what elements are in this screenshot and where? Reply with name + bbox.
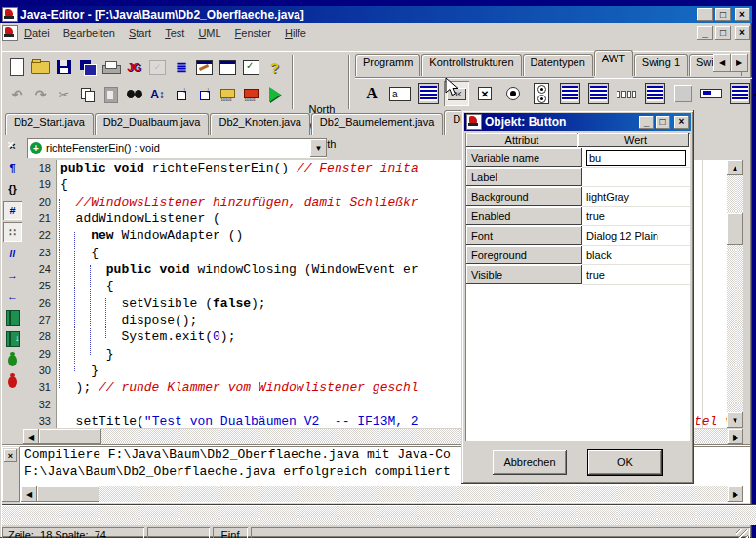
dialog-close-icon[interactable]: × bbox=[674, 116, 689, 129]
value-cell[interactable] bbox=[582, 168, 690, 187]
awt-scrollpane-button[interactable] bbox=[698, 81, 724, 106]
menu-item-uml[interactable]: UML bbox=[191, 25, 227, 41]
outdent-button[interactable]: ← bbox=[3, 287, 22, 306]
attribute-cell[interactable]: Background bbox=[466, 187, 582, 206]
maximize-icon[interactable]: □ bbox=[715, 8, 731, 21]
save-all-button[interactable] bbox=[76, 56, 99, 79]
attribute-cell[interactable]: Foreground bbox=[466, 246, 582, 264]
scroll-left-icon[interactable]: ◀ bbox=[21, 486, 37, 502]
close-icon[interactable]: × bbox=[735, 8, 750, 21]
awt-scrollbar-h-button[interactable] bbox=[614, 81, 639, 106]
awt-textfield-button[interactable]: a bbox=[387, 81, 413, 106]
paste-button[interactable] bbox=[99, 83, 122, 106]
dialog-minimize-icon[interactable]: _ bbox=[639, 116, 654, 129]
indent-button[interactable]: → bbox=[3, 265, 22, 285]
save-button[interactable] bbox=[53, 56, 75, 79]
palette-tab-awt[interactable]: AWT bbox=[594, 50, 633, 76]
output-close-icon[interactable]: × bbox=[4, 449, 17, 462]
awt-popup-menu-button[interactable]: ▸ bbox=[727, 81, 752, 106]
console-window-button[interactable] bbox=[217, 56, 239, 79]
awt-list-button[interactable] bbox=[557, 81, 582, 106]
function-selector[interactable]: + richteFensterEin() : void ▼ bbox=[27, 138, 327, 158]
run-button[interactable] bbox=[263, 83, 286, 106]
awt-textarea-button[interactable] bbox=[416, 81, 441, 106]
awt-label-button[interactable]: A bbox=[359, 81, 384, 106]
compile-button[interactable] bbox=[217, 83, 239, 106]
file-tab-db2_dualbaum.java[interactable]: Db2_Dualbaum.java bbox=[95, 113, 210, 134]
braces-button[interactable]: {} bbox=[3, 179, 22, 199]
scroll-right-icon[interactable]: ▶ bbox=[728, 429, 743, 444]
value-cell[interactable]: Dialog 12 Plain bbox=[582, 226, 690, 246]
value-cell[interactable]: true bbox=[582, 207, 690, 226]
hscroll-thumb[interactable] bbox=[37, 486, 99, 502]
file-tab-db2_knoten.java[interactable]: Db2_Knoten.java bbox=[210, 113, 309, 134]
javadoc-button[interactable] bbox=[3, 308, 22, 327]
hscroll-thumb[interactable] bbox=[39, 429, 101, 444]
checklist-button[interactable] bbox=[240, 56, 262, 79]
file-tab-db2_start.java[interactable]: Db2_Start.java bbox=[5, 113, 94, 134]
search-button[interactable] bbox=[123, 83, 145, 106]
menu-item-datei[interactable]: Datei bbox=[18, 25, 57, 41]
awt-panel-button[interactable] bbox=[670, 81, 696, 106]
scroll-right-icon[interactable]: ▶ bbox=[728, 486, 743, 502]
awt-list-scroll-button[interactable] bbox=[642, 81, 667, 106]
dialog-title-bar[interactable]: Objekt: Button _ □ × bbox=[464, 113, 691, 131]
open-file-button[interactable] bbox=[29, 56, 52, 79]
mdi-close-icon[interactable]: × bbox=[735, 26, 750, 40]
compile-all-button[interactable] bbox=[240, 83, 262, 106]
title-bar[interactable]: Java-Editor - [F:\Java\Baum\Db2_Oberflae… bbox=[0, 6, 752, 23]
file-tab-db2_baumelement.java[interactable]: Db2_Baumelement.java bbox=[311, 113, 443, 134]
palette-scroll-right-icon[interactable]: ▶ bbox=[731, 54, 748, 72]
palette-tab-kontrollstrukturen[interactable]: Kontrollstrukturen bbox=[421, 54, 521, 76]
javadoc-open-button[interactable] bbox=[3, 329, 22, 349]
awt-choice-button[interactable] bbox=[585, 81, 611, 106]
awt-checkbox-button[interactable]: ✕ bbox=[472, 81, 497, 106]
output-hscrollbar[interactable]: ◀ ▶ bbox=[21, 486, 743, 502]
attribute-cell[interactable]: Enabled bbox=[466, 207, 582, 225]
cancel-button[interactable]: Abbrechen bbox=[493, 450, 567, 475]
messages-button[interactable]: ✓ bbox=[146, 56, 169, 79]
dialog-maximize-icon[interactable]: □ bbox=[656, 116, 670, 129]
menu-item-fenster[interactable]: Fenster bbox=[228, 25, 278, 41]
redo-button[interactable]: ↷ bbox=[29, 83, 52, 106]
value-cell[interactable]: true bbox=[582, 265, 690, 285]
chevron-down-icon[interactable]: ▼ bbox=[310, 139, 327, 157]
ok-button[interactable]: OK bbox=[588, 450, 662, 475]
bookmark-goto-button[interactable] bbox=[193, 83, 216, 106]
print-button[interactable] bbox=[99, 56, 122, 79]
undo-button[interactable]: ↶ bbox=[6, 83, 28, 106]
debug-button[interactable] bbox=[3, 351, 22, 370]
value-cell[interactable]: black bbox=[582, 246, 690, 265]
whitespace-button[interactable]: ∷ bbox=[3, 222, 22, 242]
value-cell[interactable] bbox=[582, 148, 690, 168]
scroll-up-icon[interactable]: ▲ bbox=[727, 160, 743, 175]
copy-button[interactable] bbox=[76, 83, 99, 106]
attribute-cell[interactable]: Font bbox=[466, 226, 582, 245]
browser-button[interactable] bbox=[193, 56, 216, 79]
palette-tab-datentypen[interactable]: Datentypen bbox=[523, 54, 593, 76]
menu-item-start[interactable]: Start bbox=[122, 25, 158, 41]
minimize-icon[interactable]: _ bbox=[697, 8, 713, 21]
editor-vscrollbar[interactable]: ▲ ▼ bbox=[727, 160, 743, 428]
mdi-child-icon[interactable] bbox=[2, 25, 18, 41]
help-button[interactable]: ? bbox=[263, 56, 286, 79]
structogram-button[interactable]: ≣ bbox=[170, 56, 192, 79]
vscroll-thumb[interactable] bbox=[727, 213, 743, 245]
resize-grip[interactable] bbox=[736, 529, 748, 538]
comments-button[interactable]: // bbox=[3, 244, 22, 263]
palette-tab-programm[interactable]: Programm bbox=[355, 54, 420, 76]
menu-item-hilfe[interactable]: Hilfe bbox=[278, 25, 313, 41]
bookmark-set-button[interactable] bbox=[170, 83, 192, 106]
value-input[interactable] bbox=[586, 150, 686, 166]
menu-item-bearbeiten[interactable]: Bearbeiten bbox=[57, 25, 122, 41]
line-numbers-button[interactable]: # bbox=[3, 201, 22, 220]
menu-item-test[interactable]: Test bbox=[158, 25, 191, 41]
new-file-button[interactable] bbox=[6, 56, 28, 79]
awt-radiobutton-button[interactable] bbox=[500, 81, 526, 106]
mdi-minimize-icon[interactable]: _ bbox=[697, 26, 713, 40]
value-cell[interactable]: lightGray bbox=[582, 187, 690, 207]
debug-stop-button[interactable]: ✕ bbox=[3, 372, 22, 392]
palette-tab-swing-1[interactable]: Swing 1 bbox=[634, 54, 688, 76]
font-size-button[interactable]: A↕ bbox=[146, 83, 169, 106]
pilcrow-button[interactable]: ¶ bbox=[3, 158, 22, 177]
